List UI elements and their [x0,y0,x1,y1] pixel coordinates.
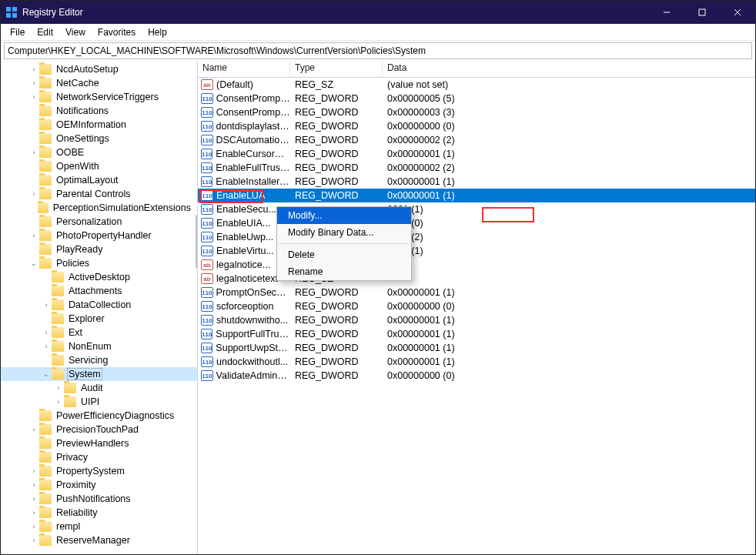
value-row[interactable]: 110SupportUwpStar...REG_DWORD0x00000001 … [198,341,755,355]
chevron-right-icon[interactable]: › [28,189,39,199]
value-data: 0x00000003 (3) [383,107,755,118]
column-data[interactable]: Data [383,61,755,77]
menu-file[interactable]: File [4,25,31,39]
tree-node[interactable]: PowerEfficiencyDiagnostics [1,409,197,423]
tree-node[interactable]: OneSettings [1,132,197,145]
tree-node[interactable]: ›PushNotifications [1,492,197,506]
value-row[interactable]: 110dontdisplaylastu...REG_DWORD0x0000000… [198,119,755,133]
value-row[interactable]: 110EnableFullTrustS...REG_DWORD0x0000000… [198,161,755,175]
value-row[interactable]: 110ConsentPrompt...REG_DWORD0x00000005 (… [198,92,755,105]
tree-node[interactable]: ›Reliability [1,506,197,520]
context-menu-modify[interactable]: Modify... [277,207,411,224]
menu-favorites[interactable]: Favorites [92,25,142,39]
folder-icon [39,507,52,518]
value-row[interactable]: 110EnableCursorSu...REG_DWORD0x00000001 … [198,147,755,161]
chevron-right-icon[interactable]: › [28,92,39,102]
tree-node[interactable]: ⌄System [1,367,197,381]
chevron-right-icon[interactable]: › [28,535,39,546]
context-menu-separator [279,243,410,244]
chevron-right-icon[interactable]: › [53,396,64,407]
tree-node[interactable]: ›DataCollection [1,298,197,312]
minimize-button[interactable] [649,1,684,24]
value-row[interactable]: 110SupportFullTrust...REG_DWORD0x0000000… [198,327,755,341]
maximize-button[interactable] [684,1,720,24]
column-name[interactable]: Name [198,61,290,77]
tree-node-label: Policies [55,258,91,269]
dword-value-icon: 110 [201,232,213,242]
value-row[interactable]: ab(Default)REG_SZ(value not set) [198,78,755,92]
tree-node[interactable]: ›Parental Controls [1,187,197,201]
tree-node[interactable]: PlayReady [1,242,197,256]
dword-value-icon: 110 [201,218,213,229]
tree-node[interactable]: OpenWith [1,159,197,173]
tree-node[interactable]: Notifications [1,104,197,118]
tree-pane[interactable]: ›NcdAutoSetup›NetCache›NetworkServiceTri… [1,61,198,554]
value-row[interactable]: 110scforceoptionREG_DWORD0x00000000 (0) [198,299,755,313]
value-data: 0x00000001 (1) [383,287,755,298]
tree-node[interactable]: ›Audit [1,381,197,395]
tree-node[interactable]: ›NetworkServiceTriggers [1,90,197,104]
tree-node[interactable]: ›UIPI [1,395,197,409]
close-button[interactable] [720,1,755,24]
tree-node[interactable]: ›PropertySystem [1,464,197,478]
tree-node[interactable]: Personalization [1,215,197,229]
chevron-down-icon[interactable]: ⌄ [41,369,52,379]
chevron-right-icon[interactable]: › [41,299,52,310]
value-row[interactable]: 110EnableInstallerD...REG_DWORD0x0000000… [198,175,755,189]
chevron-right-icon[interactable]: › [28,64,39,75]
folder-icon [39,147,52,158]
tree-node[interactable]: ›PhotoPropertyHandler [1,229,197,242]
tree-node[interactable]: Servicing [1,353,197,367]
chevron-right-icon[interactable]: › [28,78,39,89]
chevron-right-icon[interactable]: › [28,493,39,504]
chevron-down-icon[interactable]: ⌄ [28,258,39,269]
tree-node[interactable]: ›PrecisionTouchPad [1,423,197,436]
value-row[interactable]: 110EnableLUAREG_DWORD0x00000001 (1) [198,189,755,202]
chevron-right-icon[interactable]: › [53,383,64,393]
chevron-right-icon[interactable]: › [28,507,39,518]
tree-node[interactable]: ›NcdAutoSetup [1,62,197,76]
value-row[interactable]: 110DSCAutomation...REG_DWORD0x00000002 (… [198,133,755,147]
context-menu-modify-binary[interactable]: Modify Binary Data... [277,224,411,241]
tree-node[interactable]: ›rempl [1,520,197,533]
tree-node-label: ReserveManager [55,535,132,546]
tree-node[interactable]: Attachments [1,284,197,298]
tree-node[interactable]: ›NonEnum [1,339,197,353]
window-title: Registry Editor [22,7,83,18]
tree-node[interactable]: ›Proximity [1,478,197,492]
menu-edit[interactable]: Edit [31,25,59,39]
tree-node[interactable]: OEMInformation [1,118,197,132]
value-row[interactable]: 110PromptOnSecur...REG_DWORD0x00000001 (… [198,286,755,299]
menu-help[interactable]: Help [142,25,173,39]
chevron-right-icon[interactable]: › [28,466,39,476]
value-row[interactable]: 110ConsentPrompt...REG_DWORD0x00000003 (… [198,105,755,119]
chevron-right-icon[interactable]: › [28,480,39,490]
tree-node[interactable]: PerceptionSimulationExtensions [1,201,197,215]
tree-node[interactable]: ›Ext [1,326,197,339]
tree-node[interactable]: PreviewHandlers [1,436,197,450]
tree-node[interactable]: ›OOBE [1,145,197,159]
menu-view[interactable]: View [59,25,92,39]
tree-node[interactable]: ›NetCache [1,76,197,90]
tree-node[interactable]: Explorer [1,312,197,326]
chevron-right-icon[interactable]: › [41,341,52,352]
tree-node[interactable]: ActiveDesktop [1,270,197,284]
tree-node[interactable]: ⌄Policies [1,256,197,270]
value-row[interactable]: 110undockwithoutl...REG_DWORD0x00000001 … [198,355,755,369]
context-menu-rename[interactable]: Rename [277,263,411,280]
value-name: PromptOnSecur... [216,287,290,298]
context-menu-delete[interactable]: Delete [277,246,411,263]
column-type[interactable]: Type [290,61,383,77]
tree-node[interactable]: ›ReserveManager [1,533,197,547]
value-row[interactable]: 110ValidateAdminC...REG_DWORD0x00000000 … [198,369,755,383]
value-row[interactable]: 110shutdownwitho...REG_DWORD0x00000001 (… [198,313,755,327]
list-body[interactable]: ab(Default)REG_SZ(value not set)110Conse… [198,78,755,554]
tree-node[interactable]: OptimalLayout [1,173,197,187]
chevron-right-icon[interactable]: › [28,147,39,158]
tree-node[interactable]: Privacy [1,450,197,464]
chevron-right-icon[interactable]: › [28,424,39,435]
chevron-right-icon[interactable]: › [41,327,52,338]
chevron-right-icon[interactable]: › [28,230,39,241]
chevron-right-icon[interactable]: › [28,521,39,532]
address-bar[interactable]: Computer\HKEY_LOCAL_MACHINE\SOFTWARE\Mic… [4,42,752,59]
